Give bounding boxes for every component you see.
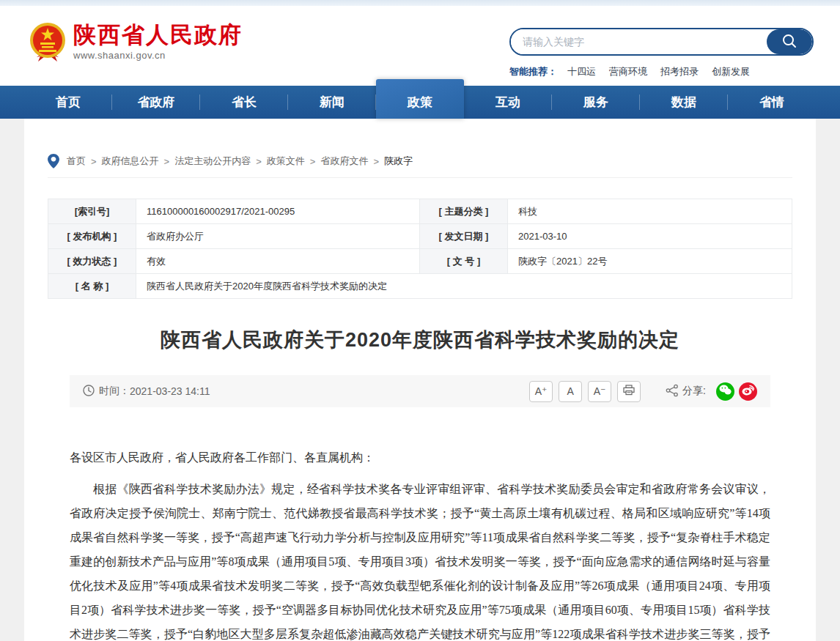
meta-label-doc-number: [ 文 号 ] (420, 249, 508, 274)
meta-value-issuer: 省政府办公厅 (136, 224, 420, 249)
nav-item-data[interactable]: 数据 (640, 86, 728, 119)
crumb-current: 陕政字 (384, 155, 413, 168)
wechat-icon (719, 385, 732, 398)
nav-item-governor[interactable]: 省长 (200, 86, 288, 119)
search-button[interactable] (767, 29, 812, 54)
hot-link-chuangxin[interactable]: 创新发展 (712, 65, 750, 78)
crumb-policy-docs[interactable]: 政策文件 (267, 155, 305, 168)
nav-item-interaction[interactable]: 互动 (464, 86, 552, 119)
crumb-info-disclosure[interactable]: 政府信息公开 (102, 155, 159, 168)
crumb-statutory-content[interactable]: 法定主动公开内容 (174, 155, 251, 168)
crumb-separator: > (310, 156, 316, 167)
table-row: [索引号] 116100000160002917/2021-00295 [ 主题… (48, 199, 792, 224)
nav-item-home[interactable]: 首页 (24, 86, 112, 119)
search-box (509, 28, 814, 56)
share-group: 分享: (666, 382, 757, 401)
share-label: 分享: (682, 385, 706, 398)
nav-item-provincial-gov[interactable]: 省政府 (112, 86, 200, 119)
meta-label-topic: [ 主题分类 ] (420, 199, 508, 224)
meta-value-title: 陕西省人民政府关于2020年度陕西省科学技术奖励的决定 (136, 274, 792, 299)
hot-link-zhaokao[interactable]: 招考招录 (660, 65, 699, 78)
meta-label-title: [ 名 称 ] (48, 274, 136, 299)
meta-label-issue-date: [ 发文日期 ] (420, 224, 508, 249)
meta-value-doc-number: 陕政字〔2021〕22号 (508, 249, 792, 274)
article-salutation: 各设区市人民政府，省人民政府各工作部门、各直属机构： (70, 445, 770, 470)
table-row: [ 效力状态 ] 有效 [ 文 号 ] 陕政字〔2021〕22号 (48, 249, 792, 274)
publish-time: 时间： 2021-03-23 14:11 (83, 385, 210, 399)
weibo-icon (742, 385, 754, 398)
main-nav: 首页 省政府 省长 新闻 政策 互动 服务 数据 省情 (0, 86, 840, 119)
meta-label-index: [索引号] (48, 199, 136, 224)
article-paragraph: 根据《陕西省科学技术奖励办法》规定，经省科学技术奖各专业评审组评审、省科学技术奖… (70, 477, 770, 641)
national-emblem-icon (28, 22, 67, 67)
share-icon (666, 384, 679, 399)
time-label: 时间： (99, 385, 130, 398)
nav-item-services[interactable]: 服务 (552, 86, 640, 119)
crumb-separator: > (256, 156, 262, 167)
nav-item-policy[interactable]: 政策 (376, 79, 464, 119)
table-row: [ 名 称 ] 陕西省人民政府关于2020年度陕西省科学技术奖励的决定 (48, 274, 792, 299)
crumb-separator: > (164, 156, 170, 167)
crumb-home[interactable]: 首页 (67, 155, 86, 168)
site-logo[interactable]: 陕西省人民政府 www.shaanxi.gov.cn (28, 22, 243, 67)
top-accent-line (0, 0, 840, 6)
nav-item-province-info[interactable]: 省情 (728, 86, 816, 119)
page-title: 陕西省人民政府关于2020年度陕西省科学技术奖励的决定 (24, 327, 816, 353)
smart-recommend: 智能推荐： 十四运 营商环境 招考招录 创新发展 (509, 65, 814, 78)
content-card: 首页 > 政府信息公开 > 法定主动公开内容 > 政策文件 > 省政府文件 > … (24, 119, 816, 641)
location-pin-icon (48, 154, 59, 168)
meta-label-validity: [ 效力状态 ] (48, 249, 136, 274)
article-info-bar: 时间： 2021-03-23 14:11 A⁺ A A⁻ (70, 375, 770, 407)
hot-link-yingshang[interactable]: 营商环境 (609, 65, 647, 78)
breadcrumb: 首页 > 政府信息公开 > 法定主动公开内容 > 政策文件 > 省政府文件 > … (48, 119, 792, 178)
smart-recommend-label: 智能推荐： (509, 65, 557, 78)
crumb-gov-docs[interactable]: 省政府文件 (320, 155, 368, 168)
meta-value-index: 116100000160002917/2021-00295 (136, 199, 420, 224)
table-row: [ 发布机构 ] 省政府办公厅 [ 发文日期 ] 2021-03-10 (48, 224, 792, 249)
meta-value-issue-date: 2021-03-10 (508, 224, 792, 249)
crumb-separator: > (91, 156, 97, 167)
site-header: 陕西省人民政府 www.shaanxi.gov.cn 智能推荐： (0, 6, 840, 86)
site-url: www.shaanxi.gov.cn (73, 50, 243, 61)
wechat-share-button[interactable] (716, 382, 734, 401)
site-name: 陕西省人民政府 (73, 22, 243, 48)
font-normal-button[interactable]: A (559, 381, 582, 402)
crumb-separator: > (373, 156, 379, 167)
time-value: 2021-03-23 14:11 (130, 385, 210, 397)
font-larger-button[interactable]: A⁺ (529, 381, 553, 402)
hot-link-shisiyun[interactable]: 十四运 (567, 65, 596, 78)
search-input[interactable] (511, 29, 767, 54)
article-body: 各设区市人民政府，省人民政府各工作部门、各直属机构： 根据《陕西省科学技术奖励办… (70, 445, 770, 641)
font-smaller-button[interactable]: A⁻ (588, 381, 611, 402)
search-icon (781, 33, 797, 51)
document-meta-table: [索引号] 116100000160002917/2021-00295 [ 主题… (48, 199, 792, 299)
meta-value-validity: 有效 (136, 249, 420, 274)
printer-icon (623, 386, 635, 398)
nav-item-news[interactable]: 新闻 (288, 86, 376, 119)
clock-icon (83, 385, 99, 399)
meta-label-issuer: [ 发布机构 ] (48, 224, 136, 249)
weibo-share-button[interactable] (739, 382, 757, 401)
meta-value-topic: 科技 (508, 199, 792, 224)
print-button[interactable] (617, 381, 641, 402)
